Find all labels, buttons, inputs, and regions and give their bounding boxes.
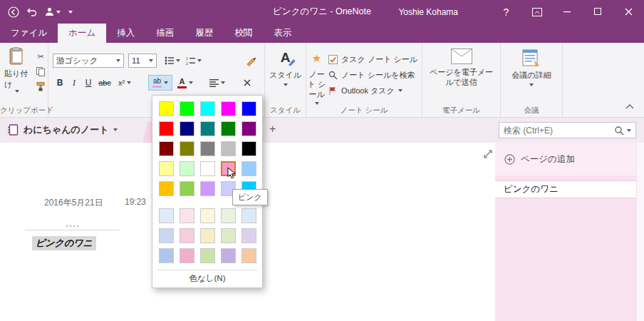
numbering-button[interactable]: 12 xyxy=(184,53,204,68)
email-page-button[interactable]: ページを電子メールで送信 xyxy=(422,43,500,88)
tab-file[interactable]: ファイル xyxy=(0,24,58,43)
highlight-color-swatch[interactable] xyxy=(200,161,215,176)
highlight-color-swatch[interactable] xyxy=(159,101,174,116)
highlight-color-swatch[interactable] xyxy=(159,141,174,156)
undo-button[interactable] xyxy=(27,8,37,16)
paste-button[interactable]: 貼り付け xyxy=(4,47,30,93)
note-tags-group-label: ノート シール xyxy=(306,106,422,116)
highlight-color-swatch[interactable] xyxy=(200,181,215,196)
search-scope-chevron-icon[interactable] xyxy=(627,129,631,132)
note-container-handle[interactable] xyxy=(25,223,120,230)
customize-qat-button[interactable] xyxy=(68,11,73,14)
highlight-color-swatch[interactable] xyxy=(242,161,256,176)
highlight-color-button[interactable]: ab xyxy=(148,75,172,91)
paragraph-alignment-button[interactable] xyxy=(207,75,228,91)
highlight-color-swatch[interactable] xyxy=(180,101,194,116)
highlight-color-swatch[interactable] xyxy=(180,161,194,176)
add-page-button[interactable]: ページの追加 xyxy=(495,143,636,175)
collapse-ribbon-button[interactable] xyxy=(625,101,634,111)
sidebar-scrollbar[interactable] xyxy=(636,143,644,321)
highlight-color-swatch[interactable] xyxy=(221,121,236,136)
note-text-selected[interactable]: ピンクのワニ xyxy=(32,236,96,250)
highlight-color-swatch[interactable] xyxy=(180,121,194,136)
highlight-color-swatch[interactable] xyxy=(200,121,215,136)
tab-history[interactable]: 履歴 xyxy=(185,24,224,43)
font-color-button[interactable]: A xyxy=(175,75,195,91)
highlight-color-swatch[interactable] xyxy=(180,248,194,263)
pen-button[interactable] xyxy=(244,53,259,68)
highlight-color-swatch[interactable] xyxy=(242,228,256,243)
highlight-color-swatch[interactable] xyxy=(221,228,236,243)
clear-formatting-button[interactable] xyxy=(239,75,255,91)
font-name-combo[interactable]: 游ゴシック xyxy=(53,54,124,68)
search-input[interactable] xyxy=(499,126,614,136)
highlight-color-swatch[interactable] xyxy=(242,248,256,263)
highlight-color-swatch[interactable] xyxy=(159,161,174,176)
page-list-item-selected[interactable]: ピンクのワニ xyxy=(495,180,636,198)
font-size-combo[interactable]: 11 xyxy=(128,54,157,68)
highlight-color-swatch[interactable] xyxy=(200,101,215,116)
meeting-details-button[interactable]: 会議の詳細 xyxy=(501,43,562,86)
search-icon[interactable] xyxy=(614,126,624,136)
superscript-button[interactable]: x² xyxy=(114,75,135,91)
no-color-button[interactable]: 色なし(N) xyxy=(156,270,259,286)
italic-button[interactable]: I xyxy=(67,75,81,91)
tab-view[interactable]: 表示 xyxy=(263,24,302,43)
highlight-color-swatch[interactable] xyxy=(200,228,215,243)
notebook-dropdown[interactable]: わにちゃんのノート xyxy=(7,123,118,136)
chevron-down-icon xyxy=(398,89,402,92)
format-painter-button[interactable] xyxy=(33,80,48,93)
highlight-color-swatch[interactable] xyxy=(221,101,236,116)
highlight-color-swatch[interactable] xyxy=(200,208,215,223)
highlight-color-swatch[interactable] xyxy=(180,208,194,223)
highlight-color-swatch[interactable] xyxy=(242,101,256,116)
help-button[interactable]: ? xyxy=(491,0,521,24)
bullets-button[interactable] xyxy=(162,53,182,68)
maximize-button[interactable] xyxy=(583,0,613,24)
outlook-tasks-button[interactable]: Outlook タスク xyxy=(328,83,422,98)
note-tags-button[interactable]: ★ ノート シール xyxy=(306,45,327,105)
highlight-color-swatch[interactable] xyxy=(159,121,174,136)
highlight-color-swatch[interactable] xyxy=(221,248,236,263)
highlight-color-swatch[interactable] xyxy=(200,141,215,156)
task-tag-button[interactable]: タスク ノート シール xyxy=(328,51,422,67)
chevron-down-icon xyxy=(221,81,225,84)
close-button[interactable] xyxy=(613,0,644,24)
tab-draw[interactable]: 描画 xyxy=(145,24,185,43)
chevron-down-icon xyxy=(15,90,19,93)
minimize-button[interactable] xyxy=(552,0,583,24)
highlight-color-swatch[interactable] xyxy=(200,248,215,263)
full-page-view-button[interactable] xyxy=(483,149,493,161)
cut-button[interactable]: ✂ xyxy=(33,50,48,63)
note-container[interactable]: ピンクのワニ xyxy=(25,223,120,254)
styles-button[interactable]: A スタイル xyxy=(265,43,306,86)
tab-insert[interactable]: 挿入 xyxy=(106,24,145,43)
copy-button[interactable] xyxy=(33,65,48,78)
tab-home[interactable]: ホーム xyxy=(58,24,106,43)
highlight-color-swatch[interactable] xyxy=(242,121,256,136)
maximize-icon xyxy=(594,8,602,16)
touch-mouse-mode-button[interactable] xyxy=(45,7,61,16)
find-tags-button[interactable]: ノート シールを検索 xyxy=(328,67,422,83)
highlight-color-swatch[interactable] xyxy=(159,208,174,223)
blue-pen-icon xyxy=(288,57,296,66)
highlight-color-swatch[interactable] xyxy=(159,248,174,263)
highlight-color-swatch[interactable] xyxy=(180,141,194,156)
signed-in-user[interactable]: Yoshie Kohama xyxy=(398,7,458,17)
highlight-color-swatch[interactable] xyxy=(159,181,174,196)
strikethrough-button[interactable]: abc xyxy=(95,75,114,91)
tab-review[interactable]: 校閲 xyxy=(224,24,263,43)
back-button[interactable] xyxy=(8,6,19,18)
add-section-button[interactable]: + xyxy=(269,123,276,136)
highlight-color-swatch[interactable] xyxy=(242,208,256,223)
highlight-color-swatch[interactable] xyxy=(180,228,194,243)
ribbon-display-options-button[interactable] xyxy=(521,0,552,24)
highlight-color-swatch[interactable] xyxy=(180,181,194,196)
bold-button[interactable]: B xyxy=(53,75,67,91)
highlight-color-swatch[interactable] xyxy=(242,141,256,156)
highlight-color-swatch[interactable] xyxy=(221,141,236,156)
highlight-color-swatch[interactable] xyxy=(221,208,236,223)
highlight-color-dropdown: 色なし(N) ピンク xyxy=(152,95,263,288)
underline-button[interactable]: U xyxy=(81,75,95,91)
highlight-color-swatch[interactable] xyxy=(159,228,174,243)
